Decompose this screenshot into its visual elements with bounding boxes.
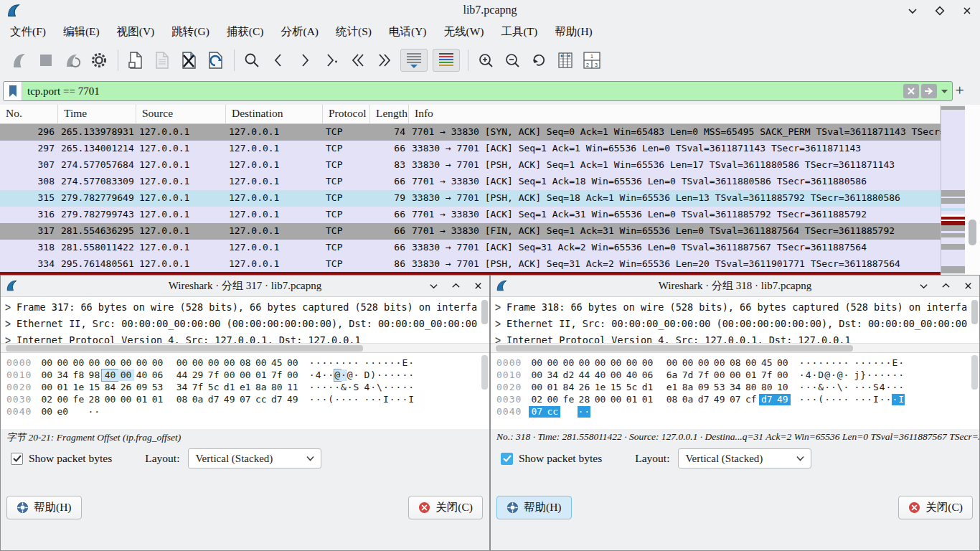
hex-byte[interactable]: 1e — [70, 382, 86, 393]
ascii-char[interactable]: · — [886, 382, 892, 393]
ascii-char[interactable]: · — [892, 382, 898, 393]
dialog-title-bar[interactable]: Wireshark · 分组 317 · lib7.pcapng — [1, 276, 489, 297]
ascii-char[interactable]: · — [364, 357, 370, 369]
close-icon[interactable] — [961, 5, 973, 17]
hex-scrollbar[interactable] — [971, 355, 978, 390]
hex-byte[interactable]: 53 — [712, 382, 727, 393]
ascii-char[interactable]: · — [383, 369, 390, 381]
ascii-char[interactable]: · — [824, 357, 831, 369]
hex-byte[interactable]: 45 — [269, 357, 285, 369]
hex-row[interactable]: 000000000000000000000000000008004500····… — [6, 357, 489, 369]
filter-dropdown-icon[interactable] — [939, 89, 949, 94]
tree-row[interactable]: >Internet Protocol Version 4, Src: 127.0… — [491, 332, 979, 343]
horizontal-scrollbar[interactable] — [491, 343, 979, 353]
dialog-title-bar[interactable]: Wireshark · 分组 318 · lib7.pcapng — [491, 276, 979, 297]
hex-byte[interactable]: 80 — [269, 382, 285, 393]
zoom-reset-icon[interactable] — [528, 49, 550, 72]
hex-byte[interactable]: d7 — [759, 394, 775, 405]
hex-byte[interactable]: 00 — [592, 394, 608, 405]
hex-byte[interactable]: 00 — [285, 369, 301, 381]
hex-byte[interactable]: 08 — [664, 394, 680, 405]
hex-byte[interactable]: 00 — [86, 357, 102, 369]
hex-byte[interactable]: 15 — [608, 382, 623, 393]
display-filter-input[interactable]: tcp.port == 7701 — [22, 85, 903, 98]
ascii-char[interactable]: · — [880, 394, 886, 405]
hex-byte[interactable]: 1e — [592, 382, 608, 393]
open-file-icon[interactable] — [125, 49, 146, 72]
show-packet-bytes-checkbox[interactable] — [11, 453, 23, 465]
close-icon[interactable] — [473, 281, 484, 291]
hex-byte[interactable]: 09 — [134, 382, 150, 393]
hex-byte[interactable]: 01 — [624, 394, 640, 405]
ascii-char[interactable]: · — [347, 394, 354, 405]
hex-byte[interactable]: 00 — [55, 357, 70, 369]
ascii-char[interactable]: · — [806, 382, 812, 393]
ascii-char[interactable]: · — [321, 369, 328, 381]
hex-byte[interactable]: fe — [70, 394, 86, 405]
hex-byte[interactable]: 01 — [134, 394, 150, 405]
ascii-char[interactable]: · — [898, 357, 905, 369]
hex-byte[interactable]: cc — [545, 406, 560, 418]
hex-byte[interactable]: 00 — [222, 369, 237, 381]
help-button[interactable]: 帮助(H) — [496, 496, 572, 519]
tree-row[interactable]: >Ethernet II, Src: 00:00:00_00:00:00 (00… — [1, 316, 489, 332]
hex-byte[interactable]: 09 — [696, 382, 712, 393]
layout-select[interactable]: Vertical (Stacked) — [678, 448, 811, 468]
ascii-char[interactable]: ( — [818, 394, 824, 405]
show-packet-bytes-checkbox[interactable] — [501, 453, 513, 465]
ascii-char[interactable]: E — [892, 357, 898, 369]
hex-byte[interactable]: 8a — [253, 382, 269, 393]
hex-byte[interactable]: 06 — [640, 369, 656, 381]
ascii-char[interactable]: · — [844, 382, 850, 393]
ascii-char[interactable]: · — [328, 369, 334, 381]
packet-row[interactable]: 315279.782779649127.0.0.1127.0.0.1TCP793… — [0, 190, 941, 207]
ascii-char[interactable]: · — [811, 357, 818, 369]
hex-byte[interactable]: 49 — [775, 394, 791, 405]
capture-options-icon[interactable] — [88, 49, 110, 72]
menu-item[interactable]: 视图(V) — [108, 22, 164, 42]
ascii-char[interactable]: · — [321, 382, 328, 393]
ascii-char[interactable]: · — [854, 394, 860, 405]
hex-byte[interactable]: 49 — [222, 394, 237, 405]
ascii-char[interactable]: · — [799, 357, 806, 369]
hex-byte[interactable]: 80 — [743, 382, 759, 393]
hex-byte[interactable]: 28 — [576, 394, 592, 405]
clear-filter-icon[interactable] — [903, 84, 919, 98]
ascii-char[interactable]: · — [370, 382, 377, 393]
ascii-char[interactable]: · — [880, 357, 886, 369]
ascii-char[interactable]: · — [831, 357, 837, 369]
ascii-char[interactable]: · — [316, 357, 322, 369]
hex-byte[interactable]: cc — [253, 394, 269, 405]
packet-row[interactable]: 307274.577057684127.0.0.1127.0.0.1TCP833… — [0, 157, 941, 174]
hex-byte[interactable]: 00 — [253, 357, 269, 369]
packet-row[interactable]: 308274.577083309127.0.0.1127.0.0.1TCP667… — [0, 174, 941, 190]
ascii-char[interactable]: · — [396, 394, 402, 405]
hex-byte[interactable]: f8 — [70, 369, 86, 381]
hex-byte[interactable]: e1 — [664, 382, 680, 393]
hex-byte[interactable]: 02 — [529, 394, 545, 405]
scrollbar-handle[interactable] — [496, 345, 853, 352]
ascii-char[interactable]: & — [818, 382, 824, 393]
column-header[interactable]: Destination — [226, 105, 323, 123]
ascii-char[interactable]: 4 — [316, 369, 322, 381]
hex-byte[interactable]: 53 — [150, 382, 166, 393]
ascii-char[interactable]: · — [402, 394, 408, 405]
hex-byte[interactable]: 10 — [775, 382, 791, 393]
hex-byte[interactable]: 01 — [640, 394, 656, 405]
hex-row[interactable]: 00100034d244400040066a7d7f0000017f00·4·D… — [496, 369, 979, 382]
hex-byte[interactable]: d7 — [696, 394, 712, 405]
packet-row[interactable]: 317281.554636295127.0.0.1127.0.0.1TCP667… — [0, 223, 941, 240]
hex-byte[interactable]: 00 — [576, 357, 592, 369]
go-forward-icon[interactable] — [294, 49, 316, 72]
packet-row[interactable]: 297265.134001214127.0.0.1127.0.0.1TCP663… — [0, 141, 941, 157]
save-file-icon[interactable] — [151, 49, 173, 72]
hex-byte[interactable]: 00 — [624, 357, 640, 369]
hex-byte[interactable]: 00 — [190, 357, 206, 369]
ascii-char[interactable]: } — [860, 369, 867, 381]
ascii-char[interactable]: · — [390, 382, 396, 393]
ascii-char[interactable]: · — [898, 382, 905, 393]
ascii-char[interactable]: · — [806, 394, 812, 405]
ascii-char[interactable]: 4 — [364, 382, 370, 393]
menu-item[interactable]: 电话(Y) — [380, 22, 435, 42]
ascii-char[interactable]: · — [383, 382, 390, 393]
